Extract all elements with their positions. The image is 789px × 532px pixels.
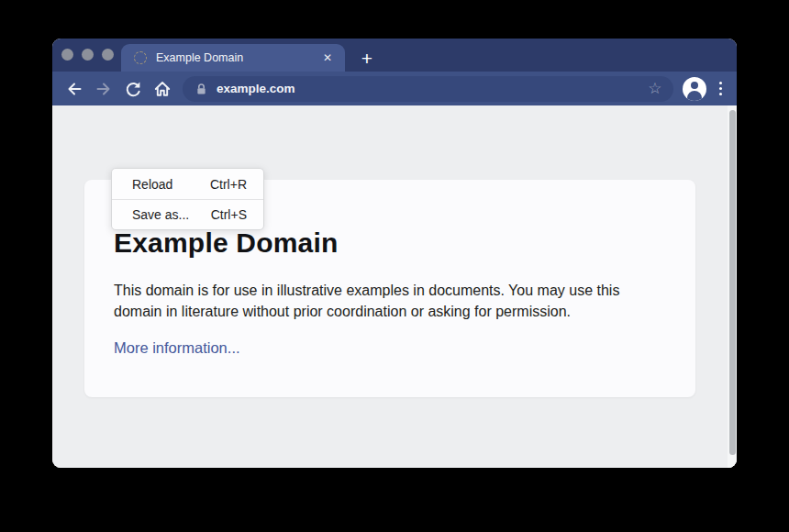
context-menu: Reload Ctrl+R Save as... Ctrl+S — [111, 168, 264, 230]
back-arrow-icon — [65, 80, 83, 98]
reload-button[interactable] — [118, 75, 148, 103]
profile-avatar[interactable] — [683, 77, 706, 101]
page-title: Example Domain — [114, 227, 666, 259]
avatar-body — [687, 91, 702, 101]
lock-icon — [194, 82, 208, 96]
forward-button[interactable] — [89, 75, 118, 103]
scrollbar-track[interactable] — [728, 105, 737, 468]
home-icon — [153, 80, 172, 98]
browser-toolbar: example.com ☆ — [52, 72, 737, 105]
back-button[interactable] — [60, 75, 89, 103]
home-button[interactable] — [148, 75, 177, 103]
tab-close-icon[interactable]: ✕ — [319, 49, 336, 67]
page-paragraph: This domain is for use in illustrative e… — [114, 280, 653, 322]
menu-item-shortcut: Ctrl+S — [211, 207, 247, 222]
menu-item-label: Save as... — [132, 207, 189, 222]
browser-window: Example Domain ✕ + — [52, 39, 737, 468]
reload-icon — [124, 80, 142, 98]
bookmark-star-icon[interactable]: ☆ — [646, 79, 663, 98]
window-zoom-button[interactable] — [102, 49, 114, 61]
avatar-head — [691, 82, 698, 89]
url-text: example.com — [217, 82, 295, 95]
window-minimize-button[interactable] — [82, 49, 94, 61]
menu-item-shortcut: Ctrl+R — [210, 177, 247, 192]
tab-strip: Example Domain ✕ + — [52, 39, 737, 72]
window-controls — [61, 49, 114, 61]
context-menu-item-reload[interactable]: Reload Ctrl+R — [112, 169, 263, 199]
browser-menu-button[interactable] — [716, 78, 727, 100]
favicon-globe-icon — [134, 51, 147, 64]
new-tab-button[interactable]: + — [351, 44, 383, 72]
context-menu-item-save-as[interactable]: Save as... Ctrl+S — [112, 199, 263, 229]
browser-tab[interactable]: Example Domain ✕ — [121, 44, 345, 72]
page-content: Example Domain This domain is for use in… — [52, 105, 737, 468]
menu-item-label: Reload — [132, 177, 172, 192]
window-close-button[interactable] — [61, 49, 73, 61]
scrollbar-thumb[interactable] — [729, 110, 736, 455]
forward-arrow-icon — [94, 80, 113, 98]
more-information-link[interactable]: More information... — [114, 339, 240, 357]
address-bar[interactable]: example.com ☆ — [183, 76, 673, 102]
tab-title: Example Domain — [156, 51, 319, 64]
